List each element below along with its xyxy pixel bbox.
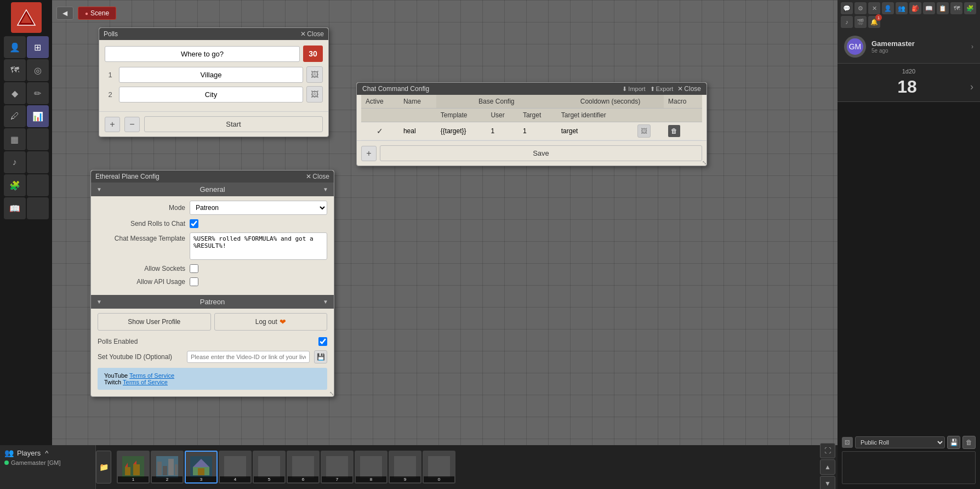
rp-scene-icon[interactable]: 🗺	[950, 2, 962, 14]
ethereal-resize-handle[interactable]: ⤡	[327, 390, 334, 396]
sidebar-icon-blank4[interactable]	[27, 197, 49, 219]
terms-box: YouTube Terms of Service Twitch Terms of…	[98, 368, 327, 390]
rp-book-icon[interactable]: 📖	[923, 2, 935, 14]
polls-close-button[interactable]: ✕ Close	[300, 30, 324, 38]
scene-thumb-6[interactable]: 6	[287, 451, 320, 484]
rp-group-icon[interactable]: 👥	[896, 2, 908, 14]
show-profile-button[interactable]: Show User Profile	[98, 313, 211, 331]
scene-4-label: 4	[220, 476, 250, 482]
macro-icon-button[interactable]: 🖼	[637, 124, 651, 138]
scene-thumb-5[interactable]: 5	[253, 451, 286, 484]
collapse-btn[interactable]: ◀	[56, 7, 73, 20]
notification-badge: 1	[875, 14, 882, 21]
poll-option-1-input[interactable]	[119, 67, 303, 83]
sidebar-icon-blank3[interactable]	[27, 174, 49, 196]
patreon-section: Show User Profile Log out ❤ Polls Enable…	[91, 309, 334, 396]
add-row-button[interactable]: +	[361, 146, 377, 161]
scene-thumb-7[interactable]: 7	[321, 451, 354, 484]
row1-name-cell: heal	[399, 122, 436, 140]
svg-rect-10	[168, 459, 174, 475]
logout-button[interactable]: Log out ❤	[214, 313, 328, 331]
snap-button[interactable]: ⛶	[820, 443, 835, 458]
poll-add-button[interactable]: +	[105, 117, 120, 132]
roll-type-select[interactable]: Public Roll	[855, 436, 945, 448]
gm-name: Gamemaster	[871, 39, 966, 48]
sidebar-icon-blank1[interactable]	[27, 128, 49, 150]
row1-target-cell: 1	[519, 122, 557, 140]
scene-thumb-3[interactable]: 3	[185, 451, 218, 484]
svg-rect-15	[198, 468, 204, 475]
sidebar-icon-chart[interactable]: 📊	[27, 105, 49, 127]
roll-save-button[interactable]: 💾	[947, 436, 960, 449]
rp-close-icon[interactable]: ✕	[868, 2, 880, 14]
sidebar-icon-grid[interactable]: ▦	[4, 128, 26, 150]
import-button[interactable]: ⬇ Import	[622, 86, 645, 93]
poll-remove-button[interactable]: −	[124, 117, 140, 132]
scene-thumb-9[interactable]: 9	[389, 451, 421, 484]
poll-option-1-icon[interactable]: 🖼	[306, 66, 323, 83]
scene-thumb-1[interactable]: 1	[117, 451, 150, 484]
scene-thumb-4[interactable]: 4	[219, 451, 252, 484]
gm-chevron-icon[interactable]: ›	[971, 43, 973, 50]
poll-start-button[interactable]: Start	[144, 116, 323, 132]
svg-rect-18	[292, 456, 314, 478]
polls-enabled-checkbox[interactable]	[318, 337, 327, 346]
scene-8-label: 8	[356, 476, 386, 482]
rp-chat-icon[interactable]: 💬	[841, 2, 853, 14]
scene-thumb-2[interactable]: 2	[151, 451, 184, 484]
youtube-input[interactable]	[187, 351, 310, 363]
app-logo[interactable]	[11, 2, 42, 33]
patreon-section-header[interactable]: ▼ Patreon ▼	[91, 295, 334, 309]
roll-textarea[interactable]	[842, 451, 976, 484]
zoom-up-button[interactable]: ▲	[820, 459, 835, 475]
ethereal-close-button[interactable]: ✕ Close	[306, 173, 329, 180]
rp-settings-icon[interactable]: ⚙	[854, 2, 867, 14]
row1-targetid-cell: target	[557, 122, 633, 140]
rp-notification-icon[interactable]: 🔔 1	[868, 16, 880, 28]
sidebar-icon-blank2[interactable]	[27, 151, 49, 173]
sidebar-icon-target[interactable]: ◎	[27, 59, 49, 81]
col-target-id: Target identifier	[557, 109, 633, 122]
sidebar-icon-pen[interactable]: 🖊	[4, 105, 26, 127]
mode-select[interactable]: Patreon	[190, 201, 327, 215]
sidebar-icon-music[interactable]: ♪	[4, 151, 26, 173]
allow-sockets-checkbox[interactable]	[190, 264, 198, 273]
scene-thumb-0[interactable]: 0	[423, 451, 455, 484]
scene-thumb-8[interactable]: 8	[355, 451, 388, 484]
rp-puzzle-icon[interactable]: 🧩	[964, 2, 976, 14]
rp-bag-icon[interactable]: 🎒	[909, 2, 921, 14]
sidebar-icon-puzzle[interactable]: 🧩	[4, 174, 26, 196]
sidebar-icon-shapes[interactable]: ◆	[4, 82, 26, 104]
sidebar-icon-edit[interactable]: ✏	[27, 82, 49, 104]
row1-delete-button[interactable]: 🗑	[668, 125, 680, 137]
youtube-save-button[interactable]: 💾	[314, 350, 327, 363]
rp-music-icon[interactable]: ♪	[841, 16, 853, 28]
sidebar-icon-map[interactable]: 🗺	[4, 59, 26, 81]
poll-question-input[interactable]	[105, 46, 300, 62]
save-button[interactable]: Save	[380, 145, 702, 161]
allow-api-checkbox[interactable]	[190, 277, 198, 286]
sidebar-icon-journal[interactable]: 📖	[4, 197, 26, 219]
chat-template-textarea[interactable]: %USER% rolled %FORMULA% and got a %RESUL…	[190, 232, 327, 260]
sidebar-icon-layout[interactable]: ⊞	[27, 36, 49, 58]
sidebar-icon-user[interactable]: 👤	[4, 36, 26, 58]
zoom-down-button[interactable]: ▼	[820, 476, 835, 489]
folder-button[interactable]: 📁	[96, 451, 111, 484]
general-section-header[interactable]: ▼ General ▼	[91, 183, 334, 196]
chat-config-resize-handle[interactable]: ⤡	[700, 159, 706, 166]
rp-journal-icon[interactable]: 📋	[937, 2, 949, 14]
send-rolls-checkbox[interactable]	[190, 219, 198, 228]
chat-config-close-button[interactable]: ✕ Close	[677, 85, 701, 93]
scene-icons-bar: 1 2 3 4 5 6 7 8	[113, 445, 459, 489]
poll-option-2-input[interactable]	[119, 87, 303, 103]
dice-next-arrow[interactable]: ›	[970, 81, 973, 93]
export-button[interactable]: ⬆ Export	[650, 86, 674, 93]
patreon-arrow-left: ▼	[96, 299, 102, 305]
rp-user-icon[interactable]: 👤	[882, 2, 894, 14]
rp-video-icon[interactable]: 🎬	[854, 16, 867, 28]
roll-delete-button[interactable]: 🗑	[962, 436, 976, 449]
youtube-terms-link[interactable]: Terms of Service	[129, 372, 174, 379]
poll-option-2-icon[interactable]: 🖼	[306, 86, 323, 103]
twitch-terms-link[interactable]: Terms of Service	[123, 379, 168, 385]
scene-button[interactable]: ● Scene	[78, 7, 116, 20]
